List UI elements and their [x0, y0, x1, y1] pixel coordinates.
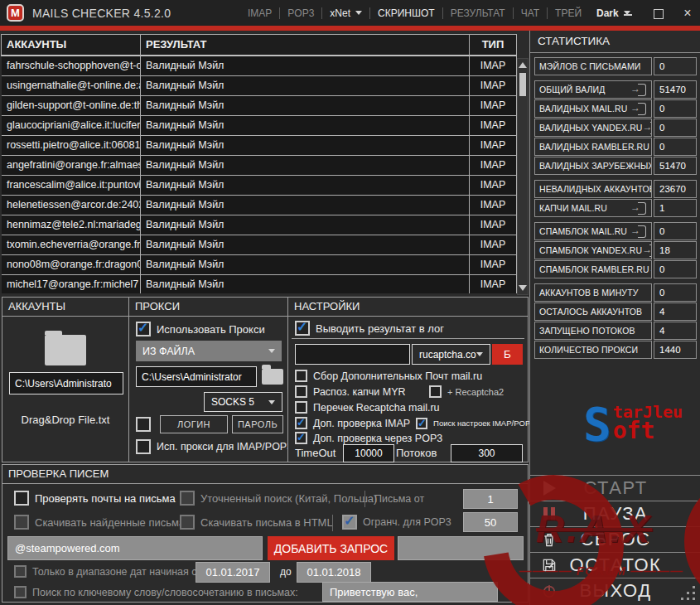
download-letters-checkbox[interactable]	[14, 515, 29, 530]
scroll-up-icon[interactable]	[519, 62, 527, 68]
pause-button[interactable]: ПАУЗА	[530, 501, 700, 526]
export-arrow-icon[interactable]	[643, 122, 652, 134]
proxy-auth-checkbox[interactable]	[136, 417, 151, 432]
keyword-search-checkbox[interactable]	[14, 586, 27, 598]
resize-grip[interactable]	[681, 586, 696, 601]
keyword-input[interactable]: Приветствую вас,	[322, 582, 498, 602]
stat-label: ВАЛИДНЫХ YANDEX.RU	[539, 123, 643, 133]
query-extra-box[interactable]	[398, 536, 524, 560]
recaptcha2-checkbox[interactable]	[429, 385, 442, 398]
export-arrow-icon[interactable]	[630, 103, 647, 115]
table-row[interactable]: angefratini@orange.fr:almaes1944 Валидны…	[2, 156, 517, 176]
table-row[interactable]: francescalim@alice.it:puntovirgola Валид…	[2, 176, 517, 196]
download-html-label: Скачивать письма в HTML	[200, 516, 333, 529]
perechek-recaptcha-checkbox[interactable]	[295, 401, 307, 414]
pop3-extra-check-checkbox[interactable]	[295, 432, 307, 444]
table-scrollbar[interactable]	[517, 58, 529, 295]
folder-icon[interactable]	[45, 335, 86, 365]
use-proxy-checkbox[interactable]	[136, 322, 151, 336]
log-output-checkbox[interactable]	[295, 321, 310, 336]
table-row[interactable]: fahrschule-schopphoven@t-online.d Валидн…	[2, 56, 517, 76]
stat-label: МЭЙЛОВ С ПИСЬМАМИ	[539, 61, 640, 71]
menu-chat[interactable]: ЧАТ	[514, 7, 547, 19]
pop3-limit-input[interactable]: 50	[463, 512, 518, 532]
date-from-input[interactable]: 01.01.2017	[196, 562, 270, 583]
threads-input[interactable]: 300	[451, 444, 523, 462]
captcha-service-select[interactable]: rucaptcha.co	[412, 344, 490, 365]
letters-from-input[interactable]: 1	[463, 489, 518, 509]
login-button[interactable]: ЛОГИН	[160, 415, 228, 433]
reset-button[interactable]: СБРОС	[530, 526, 700, 552]
download-letters-label: Скачивать найденные письма	[35, 516, 185, 529]
type-cell: IMAP	[469, 56, 517, 76]
export-arrow-icon[interactable]	[649, 141, 652, 153]
close-button[interactable]: ×	[682, 7, 693, 19]
result-cell: Валидный Мэйл	[140, 155, 470, 176]
table-row[interactable]: michel17@orange.fr:michel7 Валидный Мэйл…	[2, 275, 517, 293]
imap-extra-check-checkbox[interactable]	[295, 417, 307, 429]
type-cell: IMAP	[469, 235, 517, 255]
menu-pop3[interactable]: POP3	[280, 7, 321, 19]
table-row[interactable]: glaucocipriani@alice.it:lucifero70 Валид…	[2, 116, 517, 136]
proxy-type-select[interactable]: SOCKS 5	[204, 392, 282, 412]
table-header-row: АККАУНТЫ РЕЗУЛЬТАТ ТИП	[2, 35, 517, 56]
table-row[interactable]: hennimaz@tele2.nl:mariadeghennim Валидны…	[2, 215, 517, 235]
stat-value: 0	[654, 57, 697, 75]
minimize-button[interactable]	[622, 7, 634, 19]
menu-xnet-dropdown[interactable]: xNet	[322, 7, 369, 19]
result-cell: Валидный Мэйл	[140, 115, 470, 136]
table-row[interactable]: nono08m@orange.fr:dragon08m Валидный Мэй…	[2, 255, 517, 275]
app-window: M MAILS CHECKER 4.5.2.0 IMAP POP3 xNet С…	[0, 0, 700, 605]
rest-button[interactable]: ОСТАТОК	[530, 552, 700, 578]
use-proxy-imap-pop3-checkbox[interactable]	[136, 439, 151, 454]
start-button[interactable]: СТАРТ	[530, 475, 700, 501]
table-row[interactable]: rossetti.pietro@alice.it:06081986 Валидн…	[2, 136, 517, 156]
myr-captcha-checkbox[interactable]	[295, 385, 307, 398]
menu-screenshot[interactable]: СКРИНШОТ	[370, 7, 442, 19]
exit-button[interactable]: ВЫХОД	[530, 578, 700, 603]
table-row[interactable]: txomin.echeverria@orange.fr:ENZO2 Валидн…	[2, 235, 517, 255]
imap-settings-search-checkbox[interactable]	[416, 418, 427, 429]
export-arrow-icon[interactable]	[642, 244, 652, 257]
menu-tray[interactable]: ТРЕЙ	[548, 7, 589, 19]
column-header-result[interactable]: РЕЗУЛЬТАТ	[140, 34, 470, 56]
refined-search-checkbox[interactable]	[180, 491, 195, 506]
maximize-button[interactable]	[652, 7, 664, 19]
password-button[interactable]: ПАРОЛЬ	[232, 415, 283, 433]
add-query-button[interactable]: ДОБАВИТЬ ЗАПРОС	[268, 536, 394, 560]
stat-label: СПАМБЛОК RAMBLER.RU	[539, 264, 649, 274]
scroll-down-icon[interactable]	[519, 285, 527, 291]
captcha-key-input[interactable]	[295, 344, 410, 365]
balance-button[interactable]: Б	[492, 344, 523, 365]
column-header-type[interactable]: ТИП	[469, 34, 517, 56]
result-cell: Валидный Мэйл	[140, 135, 470, 156]
export-arrow-icon[interactable]	[630, 225, 647, 238]
download-html-checkbox[interactable]	[180, 515, 195, 530]
stat-row: ВАЛИДНЫХ RAMBLER.RU 0	[534, 138, 697, 156]
action-buttons: СТАРТ ПАУЗА СБРОС ОСТАТОК	[530, 475, 700, 603]
check-mails-checkbox[interactable]	[14, 491, 29, 506]
menu-result[interactable]: РЕЗУЛЬТАТ	[443, 7, 513, 19]
column-header-accounts[interactable]: АККАУНТЫ	[1, 34, 141, 56]
date-range-checkbox[interactable]	[14, 565, 27, 578]
results-table: АККАУНТЫ РЕЗУЛЬТАТ ТИП fahrschule-schopp…	[2, 35, 517, 293]
export-arrow-icon[interactable]	[630, 84, 647, 96]
export-arrow-icon[interactable]	[649, 264, 652, 276]
accounts-file-path-input[interactable]: C:\Users\Administrato	[9, 372, 123, 394]
proxy-file-path-input[interactable]: C:\Users\Administrator	[136, 366, 257, 387]
divider	[292, 338, 524, 339]
table-row[interactable]: helenetiessen@arcor.de:240279 Валидный М…	[2, 196, 517, 215]
browse-folder-icon[interactable]	[262, 369, 283, 385]
menu-imap[interactable]: IMAP	[240, 7, 279, 19]
table-row[interactable]: usingernathalie@t-online.de:abitur Валид…	[2, 76, 517, 96]
date-to-input[interactable]: 01.01.2018	[297, 562, 371, 583]
query-input[interactable]: @steampowered.com	[7, 536, 263, 560]
proxy-source-select[interactable]: ИЗ ФАЙЛА	[136, 341, 282, 361]
timeout-input[interactable]: 10000	[343, 444, 394, 462]
pop3-limit-checkbox[interactable]	[342, 515, 357, 530]
export-arrow-icon[interactable]	[630, 202, 647, 215]
table-row[interactable]: gilden-support@t-online.de:thunder Валид…	[2, 96, 517, 116]
collect-extra-mails-checkbox[interactable]	[295, 370, 307, 382]
scrollbar-thumb[interactable]	[519, 73, 526, 96]
stat-value: 0	[654, 119, 697, 137]
